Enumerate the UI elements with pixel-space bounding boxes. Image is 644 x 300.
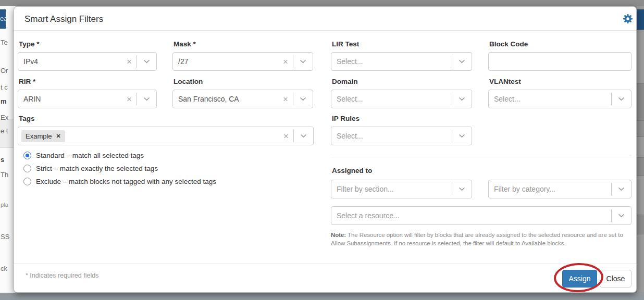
backdrop-text-fragment: Ex: [1, 114, 8, 121]
footer-divider: [14, 264, 637, 264]
radio-standard[interactable]: Standard – match all selected tags: [23, 152, 144, 159]
vlantest-placeholder: Select...: [489, 95, 611, 103]
gear-icon[interactable]: [623, 14, 633, 24]
header-divider: [14, 30, 637, 31]
required-fields-note: * Indicates required fields: [26, 272, 98, 279]
radio-button-icon[interactable]: [23, 165, 31, 172]
lir-test-select[interactable]: Select...: [331, 52, 472, 71]
location-label: Location: [174, 78, 203, 85]
lir-test-placeholder: Select...: [331, 57, 452, 66]
assign-button[interactable]: Assign: [562, 270, 597, 288]
rir-value: ARIN: [18, 95, 122, 103]
mask-value: /27: [173, 57, 278, 66]
block-code-label: Block Code: [489, 40, 528, 48]
backdrop-text-fragment: pla: [1, 202, 8, 208]
category-placeholder: Filter by category...: [489, 185, 611, 193]
assigned-to-label: Assigned to: [332, 167, 372, 174]
radio-button-icon[interactable]: [23, 178, 31, 185]
backdrop-text-fragment: Th: [1, 171, 8, 179]
backdrop-bottom-strip: [0, 293, 644, 300]
ip-rules-label: IP Rules: [332, 115, 360, 122]
clear-icon[interactable]: ×: [122, 57, 137, 66]
backdrop-text-fragment: t c: [1, 83, 8, 91]
tag-remove-icon[interactable]: ✕: [56, 133, 61, 139]
filter-by-section-select[interactable]: Filter by section...: [331, 180, 472, 198]
chevron-down-icon[interactable]: [452, 59, 472, 64]
close-button[interactable]: Close: [600, 270, 631, 288]
dialog-title: Smart Assign Filters: [24, 14, 103, 24]
resource-placeholder: Select a resource...: [331, 211, 611, 220]
backdrop-navbar-sliver: [637, 9, 644, 30]
chevron-down-icon[interactable]: [612, 214, 631, 218]
clear-icon[interactable]: ×: [279, 132, 293, 141]
backdrop-text-fragment: Te: [1, 39, 8, 46]
location-value: San Francisco, CA: [173, 95, 278, 103]
type-value: IPv4: [18, 57, 122, 66]
backdrop-text-fragment: SS: [1, 233, 9, 241]
tag-chip-label: Example: [26, 132, 52, 140]
note-text: The Resource option will filter by block…: [331, 232, 623, 246]
backdrop-right-page: [637, 6, 644, 293]
note-prefix: Note:: [331, 232, 346, 238]
mask-label: Mask *: [174, 40, 196, 48]
chevron-down-icon[interactable]: [137, 97, 156, 101]
lir-test-label: LIR Test: [332, 40, 359, 48]
vlantest-label: VLANtest: [489, 78, 521, 85]
domain-label: Domain: [332, 78, 358, 85]
radio-strict-label: Strict – match exactly the selected tags: [36, 165, 158, 172]
ip-rules-placeholder: Select...: [331, 132, 452, 140]
chevron-down-icon[interactable]: [137, 59, 156, 64]
backdrop-nav-tab: ea: [0, 9, 6, 29]
tag-chip: Example ✕: [21, 130, 65, 142]
mask-combobox[interactable]: /27 ×: [172, 52, 313, 71]
chevron-down-icon[interactable]: [452, 187, 472, 191]
radio-strict[interactable]: Strict – match exactly the selected tags: [23, 165, 158, 172]
select-resource-select[interactable]: Select a resource...: [331, 206, 631, 225]
domain-placeholder: Select...: [331, 95, 452, 103]
assigned-to-divider: [331, 157, 631, 157]
ip-rules-select[interactable]: Select...: [331, 127, 472, 145]
backdrop-text-fragment: s: [1, 156, 4, 164]
backdrop-text-fragment: Or: [1, 67, 8, 74]
clear-icon[interactable]: ×: [122, 95, 137, 104]
section-placeholder: Filter by section...: [331, 185, 452, 193]
resource-note: Note: The Resource option will filter by…: [331, 231, 635, 248]
tags-multiselect[interactable]: Example ✕ ×: [18, 127, 314, 145]
backdrop-text-fragment: e t: [1, 127, 8, 135]
backdrop-text-fragment: m: [1, 97, 7, 105]
filter-by-category-select[interactable]: Filter by category...: [488, 180, 631, 198]
radio-exclude-label: Exclude – match blocks not tagged with a…: [36, 178, 216, 185]
block-code-input[interactable]: [488, 52, 631, 71]
chevron-down-icon[interactable]: [294, 134, 313, 138]
tags-label: Tags: [19, 115, 35, 122]
radio-exclude[interactable]: Exclude – match blocks not tagged with a…: [23, 178, 216, 185]
chevron-down-icon[interactable]: [452, 134, 472, 138]
chevron-down-icon[interactable]: [612, 187, 631, 191]
location-combobox[interactable]: San Francisco, CA ×: [172, 90, 313, 108]
radio-button-icon[interactable]: [23, 152, 31, 159]
chevron-down-icon[interactable]: [293, 59, 313, 64]
clear-icon[interactable]: ×: [278, 95, 293, 104]
chevron-down-icon[interactable]: [612, 97, 631, 101]
chevron-down-icon[interactable]: [293, 97, 313, 101]
smart-assign-filters-dialog: Smart Assign Filters Type * Mask * LIR T…: [14, 6, 637, 293]
vlantest-select[interactable]: Select...: [488, 90, 631, 108]
rir-label: RIR *: [19, 78, 35, 85]
radio-standard-label: Standard – match all selected tags: [36, 152, 144, 159]
type-combobox[interactable]: IPv4 ×: [18, 52, 157, 71]
type-label: Type *: [19, 40, 40, 48]
backdrop-text-fragment: ck: [1, 265, 7, 272]
chevron-down-icon[interactable]: [452, 97, 472, 101]
rir-combobox[interactable]: ARIN ×: [18, 90, 157, 108]
domain-select[interactable]: Select...: [331, 90, 472, 108]
clear-icon[interactable]: ×: [278, 57, 293, 66]
